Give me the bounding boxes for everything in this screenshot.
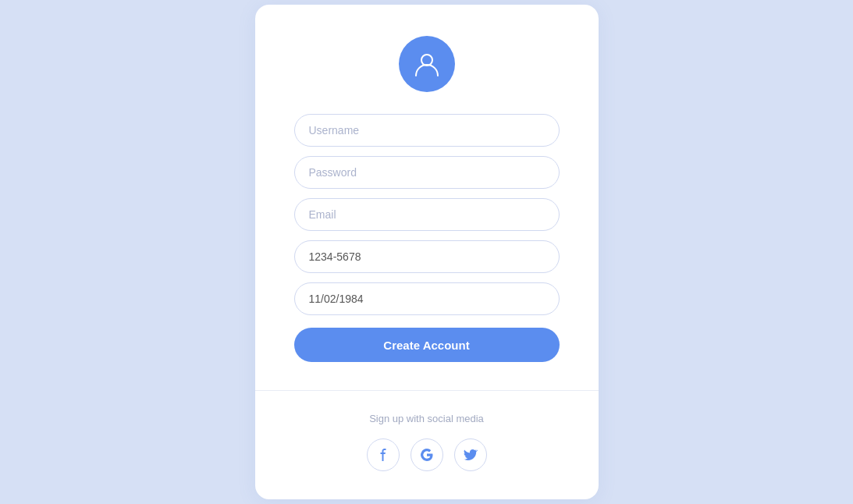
- date-input[interactable]: [294, 282, 560, 315]
- twitter-button[interactable]: [454, 438, 487, 471]
- svg-point-0: [421, 55, 432, 66]
- card-bottom-section: Sign up with social media: [255, 391, 599, 499]
- password-input[interactable]: [294, 156, 560, 189]
- social-media-label: Sign up with social media: [369, 413, 484, 424]
- form-fields: Create Account: [294, 114, 560, 362]
- card-top-section: Create Account: [255, 5, 599, 390]
- facebook-button[interactable]: [367, 438, 400, 471]
- facebook-icon: [376, 448, 390, 462]
- person-icon: [412, 49, 442, 79]
- google-icon: [420, 448, 434, 462]
- google-button[interactable]: [411, 438, 443, 471]
- create-account-button[interactable]: Create Account: [294, 328, 560, 362]
- twitter-icon: [464, 448, 478, 462]
- user-avatar-icon: [399, 36, 455, 92]
- signup-card: Create Account Sign up with social media: [255, 5, 599, 499]
- email-input[interactable]: [294, 198, 560, 231]
- username-input[interactable]: [294, 114, 560, 147]
- social-icons-group: [367, 438, 487, 471]
- phone-input[interactable]: [294, 240, 560, 273]
